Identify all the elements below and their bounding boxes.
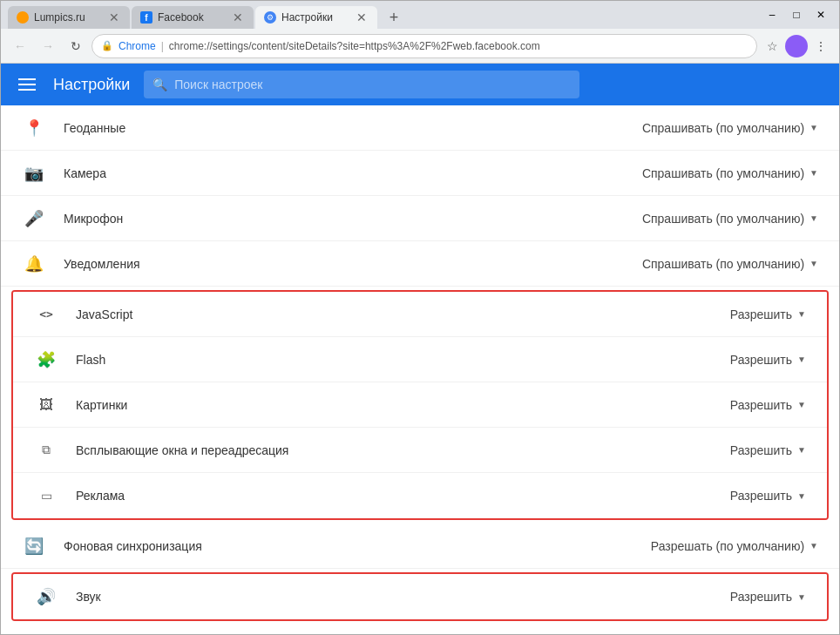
bgsync-icon: 🔄 [22,537,46,556]
menu-button[interactable]: ⋮ [810,35,832,57]
js-label: JavaScript [76,307,713,321]
popup-icon: ⧉ [34,442,58,457]
mic-value[interactable]: Спрашивать (по умолчанию) ▼ [642,212,818,226]
mic-value-text: Спрашивать (по умолчанию) [642,212,804,226]
flash-arrow: ▼ [797,355,806,364]
titlebar: Lumpics.ru ✕ f Facebook ✕ ⚙ Настройки ✕ … [1,1,839,29]
ads-arrow: ▼ [797,491,806,501]
js-value[interactable]: Разрешить ▼ [730,307,806,321]
popup-value-text: Разрешить [730,443,792,457]
hamburger-menu[interactable] [15,75,39,94]
tab-settings[interactable]: ⚙ Настройки ✕ [255,6,377,29]
settings-item-autodl[interactable]: ⬇ Автоматическое скачивание Спрашивать (… [1,625,839,634]
images-value-text: Разрешить [730,398,792,412]
settings-item-popup[interactable]: ⧉ Всплывающие окна и переадресация Разре… [13,428,827,473]
sound-value[interactable]: Разрешить ▼ [730,590,806,604]
hamburger-line-2 [18,84,36,85]
images-icon: 🖼 [34,397,58,413]
omnibox-bar: ← → ↻ 🔒 Chrome | chrome://settings/conte… [1,29,839,64]
popup-value[interactable]: Разрешить ▼ [730,443,806,457]
notify-label: Уведомления [64,257,625,271]
ads-value[interactable]: Разрешить ▼ [730,489,806,503]
bgsync-value-text: Разрешать (по умолчанию) [651,539,804,553]
tab-favicon-facebook: f [140,11,152,24]
settings-content[interactable]: 📍 Геоданные Спрашивать (по умолчанию) ▼ … [1,105,839,634]
notify-value[interactable]: Спрашивать (по умолчанию) ▼ [642,257,818,271]
settings-item-geo[interactable]: 📍 Геоданные Спрашивать (по умолчанию) ▼ [1,105,839,151]
red-section-2: 🔊 Звук Разрешить ▼ [11,572,829,621]
hamburger-line-3 [18,89,36,91]
tab-title-settings: Настройки [281,11,349,24]
omnibox-actions: ☆ ⋮ [761,35,832,57]
tab-title-lumpics: Lumpics.ru [34,11,102,24]
settings-wrapper: Настройки 🔍 Поиск настроек 📍 Геоданные С… [1,64,839,634]
settings-item-sound[interactable]: 🔊 Звук Разрешить ▼ [13,574,827,619]
back-button[interactable]: ← [8,34,32,58]
settings-item-flash[interactable]: 🧩 Flash Разрешить ▼ [13,337,827,382]
tab-title-facebook: Facebook [158,11,226,24]
sound-arrow: ▼ [797,592,806,602]
flash-value-text: Разрешить [730,353,792,367]
tab-favicon-settings: ⚙ [264,11,276,24]
flash-icon: 🧩 [34,350,58,369]
flash-label: Flash [76,353,713,367]
popup-arrow: ▼ [797,445,806,455]
settings-item-js[interactable]: <> JavaScript Разрешить ▼ [13,292,827,337]
search-placeholder: Поиск настроек [174,78,571,91]
js-arrow: ▼ [797,309,806,319]
geo-value-text: Спрашивать (по умолчанию) [642,121,804,135]
profile-avatar[interactable] [785,35,808,57]
new-tab-button[interactable]: + [383,6,405,29]
popup-label: Всплывающие окна и переадресация [76,443,713,457]
notify-value-text: Спрашивать (по умолчанию) [642,257,804,271]
sound-value-text: Разрешить [730,590,792,604]
tab-lumpics[interactable]: Lumpics.ru ✕ [8,6,130,29]
reload-button[interactable]: ↻ [64,34,88,58]
js-icon: <> [34,307,58,321]
settings-item-ads[interactable]: ▭ Реклама Разрешить ▼ [13,473,827,518]
images-arrow: ▼ [797,400,806,409]
search-box[interactable]: 🔍 Поиск настроек [144,71,579,98]
sound-label: Звук [76,590,713,604]
tab-close-facebook[interactable]: ✕ [231,10,245,24]
camera-label: Камера [64,166,625,180]
bgsync-label: Фоновая синхронизация [64,539,633,553]
bookmark-button[interactable]: ☆ [761,35,783,57]
camera-arrow: ▼ [810,168,818,178]
settings-item-camera[interactable]: 📷 Камера Спрашивать (по умолчанию) ▼ [1,151,839,196]
bgsync-value[interactable]: Разрешать (по умолчанию) ▼ [651,539,818,553]
settings-item-notify[interactable]: 🔔 Уведомления Спрашивать (по умолчанию) … [1,241,839,287]
notify-icon: 🔔 [22,254,46,274]
forward-button[interactable]: → [36,34,60,58]
geo-value[interactable]: Спрашивать (по умолчанию) ▼ [642,121,818,135]
browser-window: Lumpics.ru ✕ f Facebook ✕ ⚙ Настройки ✕ … [0,0,840,635]
tab-close-settings[interactable]: ✕ [355,10,369,24]
chrome-label: Chrome [119,40,156,52]
minimize-button[interactable]: – [761,6,783,24]
geo-arrow: ▼ [810,123,818,132]
hamburger-line-1 [18,78,36,80]
close-button[interactable]: ✕ [810,6,832,24]
ads-label: Реклама [76,489,713,503]
tab-favicon-lumpics [17,11,29,24]
tab-close-lumpics[interactable]: ✕ [107,10,121,24]
camera-icon: 📷 [22,164,46,183]
mic-icon: 🎤 [22,209,46,228]
ads-icon: ▭ [34,489,58,503]
tab-facebook[interactable]: f Facebook ✕ [132,6,254,29]
settings-title: Настройки [53,76,130,94]
browser-content: Настройки 🔍 Поиск настроек 📍 Геоданные С… [1,64,839,634]
tabs-area: Lumpics.ru ✕ f Facebook ✕ ⚙ Настройки ✕ … [8,1,754,29]
settings-item-images[interactable]: 🖼 Картинки Разрешить ▼ [13,382,827,428]
notify-arrow: ▼ [810,259,818,268]
settings-item-bgsync[interactable]: 🔄 Фоновая синхронизация Разрешать (по ум… [1,524,839,569]
settings-item-mic[interactable]: 🎤 Микрофон Спрашивать (по умолчанию) ▼ [1,196,839,241]
maximize-button[interactable]: □ [785,6,808,24]
red-section-1: <> JavaScript Разрешить ▼ 🧩 Flash Разр [11,290,829,520]
omnibox[interactable]: 🔒 Chrome | chrome://settings/content/sit… [91,34,757,58]
sound-icon: 🔊 [34,587,58,606]
images-value[interactable]: Разрешить ▼ [730,398,806,412]
flash-value[interactable]: Разрешить ▼ [730,353,806,367]
camera-value[interactable]: Спрашивать (по умолчанию) ▼ [642,166,818,180]
lock-icon: 🔒 [101,40,113,51]
